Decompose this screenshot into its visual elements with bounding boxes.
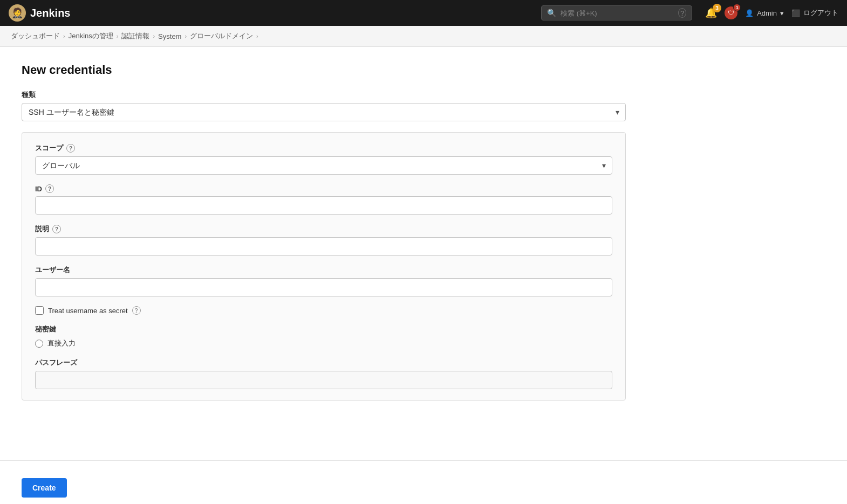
breadcrumb-sep-3: › [153,33,155,39]
help-icon[interactable]: ? [678,8,686,18]
header-logo-text: Jenkins [30,7,70,19]
kind-label: 種類 [22,90,626,100]
header-right: 🔔 3 🛡 1 👤 Admin ▾ ⬛ ログアウト [705,6,838,19]
treat-username-checkbox[interactable] [35,306,44,315]
treat-username-label: Treat username as secret [48,307,128,315]
shield-badge-count: 1 [733,4,741,11]
header: 🤵 Jenkins 🔍 ? 🔔 3 🛡 1 👤 Admin ▾ ⬛ ログアウト [0,0,847,26]
treat-username-row: Treat username as secret ? [35,306,612,315]
treat-username-help-icon[interactable]: ? [132,306,141,315]
admin-label: Admin [757,9,777,17]
scope-help-icon[interactable]: ? [66,144,75,153]
breadcrumb-sep-1: › [63,33,65,39]
chevron-down-icon: ▾ [780,9,784,17]
passphrase-input[interactable] [35,371,612,389]
id-label: ID ? [35,184,612,193]
username-field: ユーザー名 [35,265,612,296]
direct-input-row: 直接入力 [35,339,612,348]
breadcrumb-global-domain[interactable]: グローバルドメイン [190,31,253,41]
description-field: 説明 ? [35,224,612,256]
passphrase-label: パスフレーズ [35,358,612,368]
main-content: New credentials 種類 SSH ユーザー名と秘密鍵 スコープ ? … [0,47,647,417]
admin-menu[interactable]: 👤 Admin ▾ [745,9,784,17]
breadcrumb: ダッシュボード › Jenkinsの管理 › 認証情報 › System › グ… [0,26,847,47]
breadcrumb-sep-2: › [117,33,119,39]
search-icon: 🔍 [547,9,556,17]
page-title: New credentials [22,63,626,77]
breadcrumb-manage[interactable]: Jenkinsの管理 [69,31,113,41]
description-input[interactable] [35,237,612,256]
passphrase-field: パスフレーズ [35,358,612,389]
jenkins-logo-icon: 🤵 [9,4,26,22]
private-key-field: 秘密鍵 直接入力 [35,325,612,348]
scope-field: スコープ ? グローバル [35,143,612,175]
logout-label: ログアウト [803,8,838,18]
breadcrumb-sep-5: › [256,33,258,39]
logout-button[interactable]: ⬛ ログアウト [791,8,838,18]
direct-input-label: 直接入力 [47,339,76,348]
kind-section: 種類 SSH ユーザー名と秘密鍵 [22,90,626,121]
notifications-badge: 3 [713,4,721,12]
scope-select[interactable]: グローバル [35,156,612,175]
scope-select-wrapper: グローバル [35,156,612,175]
description-label: 説明 ? [35,224,612,234]
breadcrumb-dashboard[interactable]: ダッシュボード [11,31,60,41]
breadcrumb-system[interactable]: System [158,32,181,40]
search-bar[interactable]: 🔍 ? [541,5,692,20]
breadcrumb-credentials[interactable]: 認証情報 [121,31,149,41]
username-label: ユーザー名 [35,265,612,275]
inner-panel: スコープ ? グローバル ID ? 説明 ? [22,132,626,401]
direct-input-radio[interactable] [35,340,43,348]
username-input[interactable] [35,278,612,296]
security-shield[interactable]: 🛡 1 [725,6,737,19]
id-help-icon[interactable]: ? [45,184,54,193]
private-key-label: 秘密鍵 [35,325,612,334]
scope-label: スコープ ? [35,143,612,153]
kind-select[interactable]: SSH ユーザー名と秘密鍵 [22,103,626,121]
search-input[interactable] [561,9,674,17]
breadcrumb-sep-4: › [185,33,187,39]
kind-select-wrapper: SSH ユーザー名と秘密鍵 [22,103,626,121]
header-logo[interactable]: 🤵 Jenkins [9,4,70,22]
id-field: ID ? [35,184,612,215]
logout-icon: ⬛ [791,9,800,17]
id-input[interactable] [35,196,612,215]
description-help-icon[interactable]: ? [52,225,61,233]
admin-icon: 👤 [745,9,754,17]
notifications-bell[interactable]: 🔔 3 [705,7,717,19]
